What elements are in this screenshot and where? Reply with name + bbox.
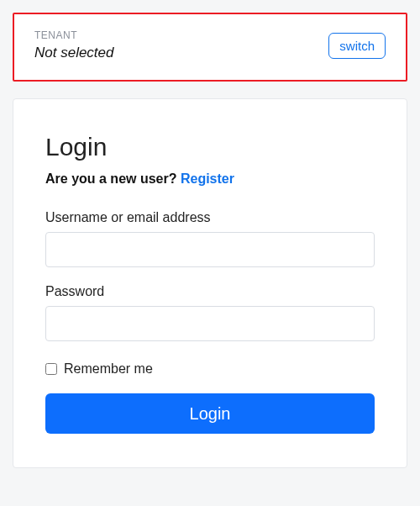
- new-user-row: Are you a new user? Register: [45, 171, 375, 187]
- remember-me-label: Remember me: [64, 361, 153, 377]
- remember-me-checkbox[interactable]: [45, 363, 57, 375]
- login-button[interactable]: Login: [45, 393, 375, 434]
- password-label: Password: [45, 284, 375, 299]
- remember-row: Remember me: [45, 361, 375, 377]
- username-label: Username or email address: [45, 210, 375, 225]
- new-user-text: Are you a new user?: [45, 171, 181, 186]
- switch-tenant-button[interactable]: switch: [328, 33, 386, 59]
- password-input[interactable]: [45, 306, 375, 341]
- tenant-label: TENANT: [34, 29, 114, 41]
- login-card: Login Are you a new user? Register Usern…: [13, 98, 407, 468]
- tenant-value: Not selected: [34, 45, 114, 61]
- username-input[interactable]: [45, 232, 375, 267]
- register-link[interactable]: Register: [181, 171, 234, 186]
- tenant-info: TENANT Not selected: [34, 29, 114, 61]
- tenant-card: TENANT Not selected switch: [13, 13, 407, 82]
- login-title: Login: [45, 133, 375, 161]
